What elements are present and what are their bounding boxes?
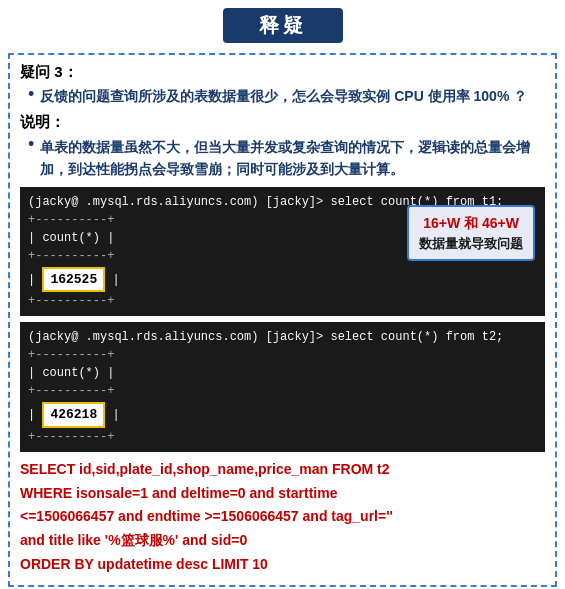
terminal1-sep3: +----------+: [28, 292, 537, 310]
sql-block: SELECT id,sid,plate_id,shop_name,price_m…: [20, 458, 545, 577]
terminal2-col: | count(*) |: [28, 364, 537, 382]
explain-label: 说明：: [20, 113, 545, 132]
terminal1-count: 162525: [42, 267, 105, 293]
bullet-icon: •: [28, 84, 34, 105]
terminal2-sep2: +----------+: [28, 382, 537, 400]
main-content-box: 疑问 3： • 反馈的问题查询所涉及的表数据量很少，怎么会导致实例 CPU 使用…: [8, 53, 557, 587]
terminal2-sep3: +----------+: [28, 428, 537, 446]
tooltip-box: 16+W 和 46+W 数据量就导致问题: [407, 205, 535, 262]
bullet-icon-2: •: [28, 134, 34, 155]
explain-text: 单表的数据量虽然不大，但当大量并发或复杂查询的情况下，逻辑读的总量会增加，到达性…: [40, 136, 545, 181]
terminal1-value-row: | 162525 |: [28, 265, 537, 293]
terminal2-sep1: +----------+: [28, 346, 537, 364]
terminal2-value-row: | 426218 |: [28, 400, 537, 428]
sql-line5: ORDER BY updatetime desc LIMIT 10: [20, 553, 545, 577]
title-bar: 释疑: [223, 8, 343, 43]
terminal-block-1: (jacky@ .mysql.rds.aliyuncs.com) [jacky]…: [20, 187, 545, 317]
sql-line2: WHERE isonsale=1 and deltime=0 and start…: [20, 482, 545, 506]
question-bullet: • 反馈的问题查询所涉及的表数据量很少，怎么会导致实例 CPU 使用率 100%…: [28, 86, 545, 107]
terminal-block-2: (jacky@ .mysql.rds.aliyuncs.com) [jacky]…: [20, 322, 545, 452]
page-title: 释疑: [259, 14, 307, 36]
tooltip-line1: 16+W 和 46+W: [419, 213, 523, 234]
page-container: 释疑 疑问 3： • 反馈的问题查询所涉及的表数据量很少，怎么会导致实例 CPU…: [0, 8, 565, 587]
sql-line1: SELECT id,sid,plate_id,shop_name,price_m…: [20, 458, 545, 482]
terminal2-count: 426218: [42, 402, 105, 428]
question-label: 疑问 3：: [20, 63, 545, 82]
explain-bullet: • 单表的数据量虽然不大，但当大量并发或复杂查询的情况下，逻辑读的总量会增加，到…: [28, 136, 545, 181]
sql-line4: and title like '%篮球服%' and sid=0: [20, 529, 545, 553]
tooltip-line2: 数据量就导致问题: [419, 234, 523, 254]
terminal2-prompt: (jacky@ .mysql.rds.aliyuncs.com) [jacky]…: [28, 328, 537, 346]
sql-line3: <=1506066457 and endtime >=1506066457 an…: [20, 505, 545, 529]
question-text: 反馈的问题查询所涉及的表数据量很少，怎么会导致实例 CPU 使用率 100% ？: [40, 86, 527, 107]
